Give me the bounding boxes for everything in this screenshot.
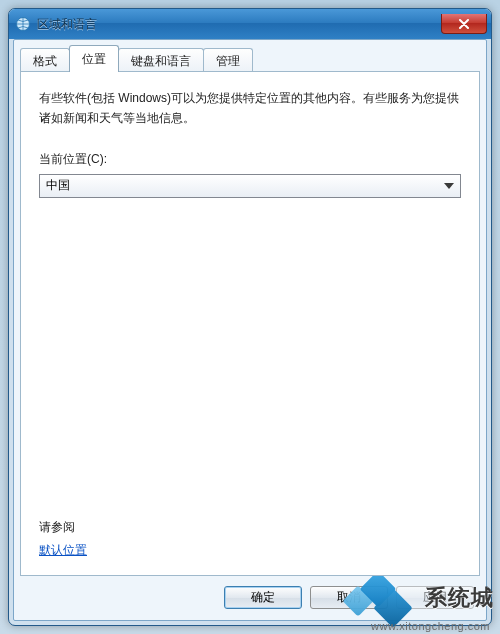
close-button[interactable]	[441, 14, 487, 34]
ok-button[interactable]: 确定	[224, 586, 302, 609]
current-location-value: 中国	[46, 177, 444, 194]
current-location-label: 当前位置(C):	[39, 151, 461, 168]
current-location-select[interactable]: 中国	[39, 174, 461, 198]
dialog-body: 格式 位置 键盘和语言 管理 有些软件(包括 Windows)可以为您提供特定位…	[13, 39, 487, 621]
cancel-button[interactable]: 取消	[310, 586, 388, 609]
chevron-down-icon	[444, 183, 454, 189]
see-also-block: 请参阅 默认位置	[39, 519, 87, 559]
see-also-label: 请参阅	[39, 519, 87, 536]
dialog-window: 区域和语言 格式 位置 键盘和语言 管理 有些软件(包括 Windows)可以为…	[8, 8, 492, 626]
title-bar[interactable]: 区域和语言	[9, 9, 491, 39]
tab-location[interactable]: 位置	[69, 45, 119, 72]
window-title: 区域和语言	[37, 16, 441, 33]
tab-keyboard-language[interactable]: 键盘和语言	[118, 48, 204, 73]
globe-icon	[15, 16, 31, 32]
tab-content: 有些软件(包括 Windows)可以为您提供特定位置的其他内容。有些服务为您提供…	[20, 71, 480, 576]
close-icon	[458, 19, 470, 29]
tab-format[interactable]: 格式	[20, 48, 70, 73]
button-bar: 确定 取消 应用	[20, 580, 480, 614]
window-buttons	[441, 14, 487, 34]
apply-button[interactable]: 应用	[396, 586, 474, 609]
tab-admin[interactable]: 管理	[203, 48, 253, 73]
default-location-link[interactable]: 默认位置	[39, 542, 87, 559]
watermark-url: www.xitongcheng.com	[371, 620, 490, 632]
tab-bar: 格式 位置 键盘和语言 管理	[20, 47, 480, 72]
description-text: 有些软件(包括 Windows)可以为您提供特定位置的其他内容。有些服务为您提供…	[39, 88, 461, 129]
